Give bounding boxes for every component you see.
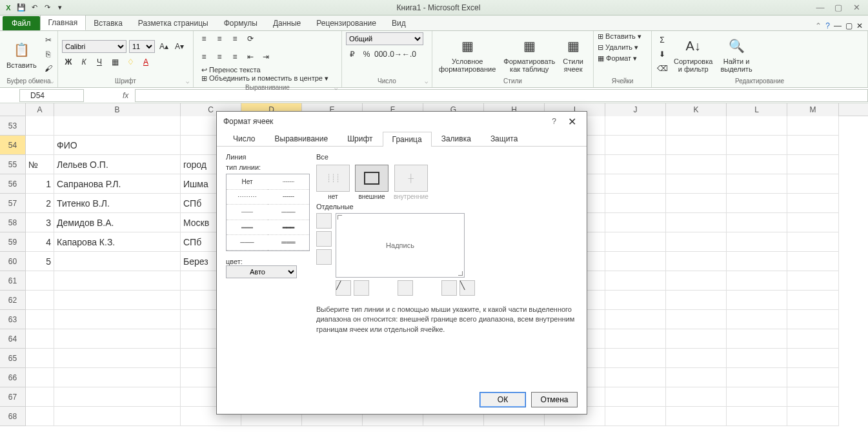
- tab-formulas[interactable]: Формулы: [216, 16, 265, 30]
- help-icon[interactable]: ?: [825, 21, 830, 30]
- dtab-number[interactable]: Число: [223, 131, 265, 146]
- delete-cells-button[interactable]: ⊟ Удалить ▾: [598, 43, 647, 52]
- cell-K54[interactable]: [666, 136, 727, 155]
- cell-B65[interactable]: [54, 349, 181, 368]
- launcher-icon[interactable]: ⌵: [186, 78, 189, 85]
- tab-insert[interactable]: Вставка: [86, 16, 130, 30]
- tab-review[interactable]: Рецензирование: [308, 16, 384, 30]
- bold-icon[interactable]: Ж: [62, 56, 75, 68]
- undo-icon[interactable]: ↶: [28, 2, 40, 14]
- cell-M57[interactable]: [787, 194, 839, 213]
- cell-B53[interactable]: [54, 116, 181, 136]
- cell-B55[interactable]: Лельев О.П.: [54, 155, 181, 174]
- align-bottom-icon[interactable]: ≡: [228, 32, 241, 45]
- fill-color-icon[interactable]: ♢: [124, 56, 137, 68]
- tab-data[interactable]: Данные: [265, 16, 308, 30]
- cell-B59[interactable]: Капарова К.З.: [54, 232, 181, 252]
- cell-B54[interactable]: ФИО: [54, 136, 181, 155]
- line-style-opt[interactable]: ───: [268, 205, 309, 220]
- row-header-54[interactable]: 54: [0, 136, 26, 155]
- cell-M68[interactable]: [787, 407, 839, 426]
- align-left-icon[interactable]: ≡: [197, 50, 210, 63]
- merge-center-button[interactable]: ⊞ Объединить и поместить в центре ▾: [201, 74, 328, 83]
- dtab-alignment[interactable]: Выравнивание: [265, 131, 338, 146]
- cell-B64[interactable]: [54, 329, 181, 349]
- increase-font-icon[interactable]: A▴: [157, 40, 170, 53]
- tab-view[interactable]: Вид: [384, 16, 414, 30]
- insert-cells-button[interactable]: ⊞ Вставить ▾: [598, 32, 647, 41]
- font-name-select[interactable]: Calibri: [62, 40, 126, 53]
- cell-K55[interactable]: [666, 155, 727, 174]
- cell-J62[interactable]: [605, 291, 666, 310]
- cell-M55[interactable]: [787, 155, 839, 174]
- cell-A63[interactable]: [26, 310, 54, 329]
- cell-M58[interactable]: [787, 213, 839, 232]
- tab-page-layout[interactable]: Разметка страницы: [130, 16, 216, 30]
- row-header-61[interactable]: 61: [0, 271, 26, 291]
- select-all-corner[interactable]: [0, 103, 26, 116]
- cell-K68[interactable]: [666, 407, 727, 426]
- cell-J57[interactable]: [605, 194, 666, 213]
- line-style-opt[interactable]: ⋯⋯⋯: [227, 190, 268, 205]
- dtab-border[interactable]: Граница: [383, 132, 432, 147]
- format-as-table-button[interactable]: ▦Форматировать как таблицу: [501, 34, 558, 74]
- border-right-button[interactable]: [441, 280, 457, 296]
- cell-K65[interactable]: [666, 349, 727, 368]
- cell-L64[interactable]: [727, 329, 787, 349]
- row-header-67[interactable]: 67: [0, 387, 26, 407]
- cell-B57[interactable]: Титенко В.Л.: [54, 194, 181, 213]
- cell-J58[interactable]: [605, 213, 666, 232]
- underline-icon[interactable]: Ч: [93, 56, 106, 68]
- cell-J54[interactable]: [605, 136, 666, 155]
- border-bottom-button[interactable]: [316, 249, 332, 265]
- cell-A57[interactable]: 2: [26, 194, 54, 213]
- cell-J63[interactable]: [605, 310, 666, 329]
- cell-L55[interactable]: [727, 155, 787, 174]
- cell-A59[interactable]: 4: [26, 232, 54, 252]
- launcher-icon[interactable]: ⌵: [425, 78, 428, 85]
- cell-M64[interactable]: [787, 329, 839, 349]
- format-cells-button[interactable]: ▦ Формат ▾: [598, 54, 647, 63]
- comma-icon[interactable]: 000: [374, 48, 387, 61]
- align-middle-icon[interactable]: ≡: [213, 32, 226, 45]
- cell-M63[interactable]: [787, 310, 839, 329]
- col-header-B[interactable]: B: [54, 103, 181, 116]
- line-style-picker[interactable]: Нет ┈┈┈ ⋯⋯⋯ ╌╌╌ ┄┄┄ ─── ┅┅┅ ━━━ ─── ═══: [226, 174, 310, 251]
- row-header-57[interactable]: 57: [0, 194, 26, 213]
- row-header-60[interactable]: 60: [0, 252, 26, 271]
- cell-K63[interactable]: [666, 310, 727, 329]
- row-header-53[interactable]: 53: [0, 116, 26, 136]
- number-format-select[interactable]: Общий: [346, 32, 423, 45]
- cell-A58[interactable]: 3: [26, 213, 54, 232]
- align-right-icon[interactable]: ≡: [228, 50, 241, 63]
- col-header-A[interactable]: A: [26, 103, 54, 116]
- cell-L67[interactable]: [727, 387, 787, 407]
- ok-button[interactable]: ОК: [479, 392, 526, 407]
- line-style-opt[interactable]: ┈┈┈: [268, 174, 309, 190]
- conditional-formatting-button[interactable]: ▦Условное форматирование: [436, 34, 498, 74]
- cell-L58[interactable]: [727, 213, 787, 232]
- line-style-opt[interactable]: ━━━: [268, 220, 309, 236]
- cell-A53[interactable]: [26, 116, 54, 136]
- sort-filter-button[interactable]: A↓Сортировка и фильтр: [671, 34, 715, 74]
- cell-B63[interactable]: [54, 310, 181, 329]
- find-select-button[interactable]: 🔍Найти и выделить: [718, 34, 754, 74]
- cell-M62[interactable]: [787, 291, 839, 310]
- cell-M59[interactable]: [787, 232, 839, 252]
- window-restore-icon[interactable]: ▢: [845, 21, 853, 30]
- line-style-opt[interactable]: ┄┄┄: [227, 205, 268, 220]
- excel-icon[interactable]: X: [3, 2, 14, 14]
- cell-J68[interactable]: [605, 407, 666, 426]
- row-header-62[interactable]: 62: [0, 291, 26, 310]
- cell-A56[interactable]: 1: [26, 174, 54, 194]
- orientation-icon[interactable]: ⟳: [244, 32, 257, 45]
- line-style-opt[interactable]: ───: [227, 235, 268, 251]
- border-preview[interactable]: Надпись: [336, 213, 465, 278]
- row-header-66[interactable]: 66: [0, 368, 26, 387]
- row-header-65[interactable]: 65: [0, 349, 26, 368]
- cell-J67[interactable]: [605, 387, 666, 407]
- cell-K60[interactable]: [666, 252, 727, 271]
- border-diag-down-button[interactable]: ╲: [459, 280, 475, 296]
- cell-K67[interactable]: [666, 387, 727, 407]
- border-center-button[interactable]: [398, 280, 413, 296]
